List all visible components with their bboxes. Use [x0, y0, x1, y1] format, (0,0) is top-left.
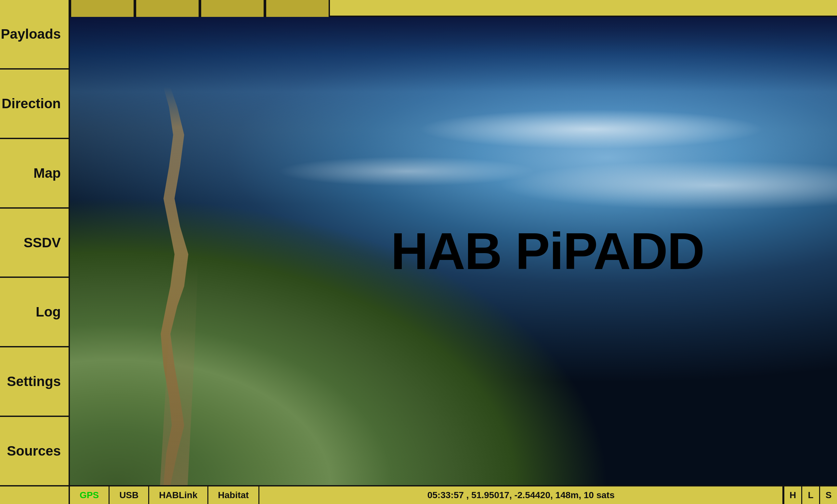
- status-tab-gps[interactable]: GPS: [70, 486, 109, 504]
- sidebar-item-settings[interactable]: Settings: [0, 347, 69, 417]
- status-tab-usb[interactable]: USB: [109, 486, 149, 504]
- sidebar-item-map[interactable]: Map: [0, 139, 69, 209]
- status-info: 05:33:57 , 51.95017, -2.54420, 148m, 10 …: [260, 490, 782, 500]
- main-content: HAB PiPADD: [70, 17, 837, 485]
- l-button[interactable]: L: [801, 486, 819, 504]
- status-tab-habitat[interactable]: Habitat: [208, 486, 260, 504]
- top-tab-2[interactable]: [135, 0, 200, 17]
- top-tab-1[interactable]: [70, 0, 135, 17]
- top-tab-bar: [70, 0, 837, 17]
- s-button[interactable]: S: [819, 486, 837, 504]
- app-title: HAB PiPADD: [391, 221, 704, 281]
- river-path: [108, 87, 246, 485]
- sidebar-item-sources[interactable]: Sources: [0, 417, 69, 485]
- sidebar-bottom-corner: [0, 485, 70, 504]
- sidebar-item-payloads[interactable]: Payloads: [0, 0, 69, 70]
- sidebar-item-log[interactable]: Log: [0, 278, 69, 347]
- status-tab-hablink[interactable]: HABLink: [149, 486, 208, 504]
- sidebar-item-ssdv[interactable]: SSDV: [0, 209, 69, 278]
- h-button[interactable]: H: [783, 486, 801, 504]
- status-buttons: H L S: [782, 486, 837, 504]
- top-tab-3[interactable]: [200, 0, 265, 17]
- top-tab-4[interactable]: [265, 0, 330, 17]
- status-bar: GPS USB HABLink Habitat 05:33:57 , 51.95…: [70, 485, 837, 504]
- sidebar-item-direction[interactable]: Direction: [0, 70, 69, 139]
- sidebar: Payloads Direction Map SSDV Log Settings…: [0, 0, 70, 485]
